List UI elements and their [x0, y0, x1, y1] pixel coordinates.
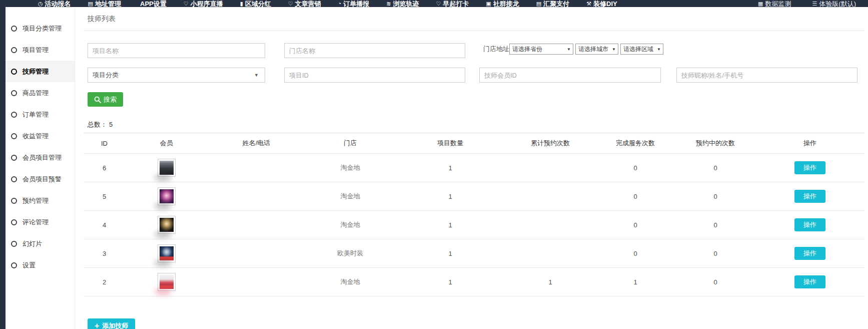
- cell-project-count: 1: [395, 211, 505, 239]
- sidebar-item[interactable]: 会员项目管理: [0, 147, 75, 168]
- table-row: 3 欧美时装 1 0 0 操作: [84, 239, 864, 268]
- nav-item-icon: ▣: [486, 1, 491, 7]
- cell-pending-bookings: 0: [675, 182, 755, 211]
- nav-item-label: 早起打卡: [443, 1, 469, 7]
- nav-menu-item[interactable]: APP设置: [133, 0, 172, 7]
- nav-right-item[interactable]: ▦ 数据监测: [753, 0, 796, 7]
- avatar-image: [160, 161, 174, 175]
- row-action-button[interactable]: 操作: [794, 247, 825, 260]
- search-button[interactable]: 搜索: [88, 92, 123, 107]
- nav-item-icon: ▤: [536, 1, 541, 7]
- nav-menu-item[interactable]: ♡ 小程序直播: [179, 0, 228, 7]
- row-action-button[interactable]: 操作: [794, 275, 825, 288]
- nav-menu-item[interactable]: ◔ 订单播报: [333, 0, 375, 7]
- avatar-image: [160, 275, 174, 289]
- cell-project-count: 1: [395, 268, 505, 296]
- city-select-value: 请选择城市: [578, 45, 608, 54]
- nav-item-label: 地址管理: [95, 1, 121, 7]
- page-title: 技师列表: [84, 7, 864, 31]
- table-row: 4 淘金地 1 0 0 操作: [84, 211, 864, 239]
- nav-menu-item[interactable]: ♡ 文章营销: [283, 0, 326, 7]
- table-header-cell: 累计预约次数: [505, 133, 595, 154]
- cell-actions: 操作: [755, 182, 864, 211]
- cell-pending-bookings: 0: [675, 211, 755, 239]
- add-technician-button[interactable]: + 添加技师: [88, 318, 135, 329]
- nav-menu-item[interactable]: ▤ 汇聚支付: [531, 0, 574, 7]
- table-header-row: ID 会员 姓名/电话 门店 项目数量 累计预约次数 完成服务次数 预约中的次数…: [84, 133, 864, 154]
- sidebar-item-label: 会员项目预警: [23, 175, 62, 184]
- cell-completed-services: 0: [595, 182, 675, 211]
- cell-total-bookings: 1: [505, 268, 595, 296]
- table-header-cell: 预约中的次数: [675, 133, 755, 154]
- sidebar-item[interactable]: 项目分类管理: [0, 18, 75, 39]
- cell-completed-services: 1: [595, 268, 675, 296]
- sidebar-item-label: 会员项目管理: [23, 153, 62, 162]
- sidebar-item[interactable]: 订单管理: [0, 104, 75, 125]
- cell-name-phone: [208, 268, 305, 296]
- cell-id: 2: [84, 268, 125, 296]
- member-avatar[interactable]: [158, 159, 176, 177]
- sidebar-item[interactable]: 预约管理: [0, 190, 75, 211]
- avatar-image: [160, 189, 174, 203]
- circle-icon: [11, 219, 17, 225]
- cell-member: [125, 239, 208, 268]
- nav-menu-item[interactable]: ▮ 区域分红: [235, 0, 276, 7]
- sidebar-item[interactable]: 技师管理: [0, 61, 75, 82]
- member-avatar[interactable]: [158, 187, 176, 205]
- chevron-down-icon: ▼: [657, 47, 661, 52]
- sidebar-item-label: 设置: [23, 261, 36, 270]
- table-header-cell: ID: [84, 133, 125, 154]
- sidebar-item[interactable]: 收益管理: [0, 125, 75, 147]
- province-select[interactable]: 请选择省份 ▼: [509, 44, 573, 55]
- technician-table: ID 会员 姓名/电话 门店 项目数量 累计预约次数 完成服务次数 预约中的次数…: [84, 133, 864, 296]
- row-action-button[interactable]: 操作: [794, 190, 825, 203]
- nav-menu-item[interactable]: ⚒ 装修DIY: [581, 0, 622, 7]
- sidebar-item[interactable]: 幻灯片: [0, 233, 75, 254]
- cell-project-count: 1: [395, 239, 505, 268]
- nav-menu-item[interactable]: ▣ 社群接龙: [481, 0, 524, 7]
- nav-item-label: 订单播报: [343, 1, 369, 7]
- sidebar-item[interactable]: 评论管理: [0, 211, 75, 233]
- row-action-button[interactable]: 操作: [794, 161, 825, 174]
- nav-menu-item[interactable]: ♡ 早起打卡: [431, 0, 474, 7]
- cell-pending-bookings: 0: [675, 239, 755, 268]
- member-avatar[interactable]: [158, 244, 176, 262]
- cell-member: [125, 211, 208, 239]
- chevron-down-icon: ▼: [612, 47, 616, 52]
- member-avatar[interactable]: [158, 273, 176, 291]
- nav-menu-item[interactable]: ▤ 地址管理: [83, 0, 126, 7]
- circle-icon: [11, 176, 17, 182]
- nav-menu-item[interactable]: ≋ 浏览轨迹: [381, 0, 424, 7]
- avatar-image: [160, 218, 174, 232]
- cell-project-count: 1: [395, 182, 505, 211]
- sidebar: 项目分类管理 项目管理 技师管理 商品管理 订单管理: [0, 7, 75, 329]
- table-header-cell: 项目数量: [395, 133, 505, 154]
- sidebar-item[interactable]: 会员项目预警: [0, 168, 75, 190]
- project-category-value: 项目分类: [93, 71, 119, 80]
- plus-icon: +: [95, 322, 99, 329]
- tech-member-id-input[interactable]: [479, 68, 661, 83]
- add-technician-label: 添加技师: [102, 321, 128, 329]
- nav-menu-item[interactable]: ◷ 活动报名: [33, 0, 76, 7]
- circle-icon: [11, 241, 17, 247]
- cell-project-count: 1: [395, 154, 505, 182]
- nav-right-item[interactable]: ☰ 体验版(默认): [807, 0, 861, 7]
- tech-name-input[interactable]: [676, 68, 857, 83]
- sidebar-item[interactable]: 设置: [0, 254, 75, 276]
- nav-item-label: 浏览轨迹: [393, 1, 419, 7]
- project-name-input[interactable]: [88, 43, 265, 58]
- row-action-button[interactable]: 操作: [794, 218, 825, 231]
- top-navbar: ◷ 活动报名 ▤ 地址管理 APP设置 ♡: [0, 0, 868, 7]
- cell-actions: 操作: [755, 154, 864, 182]
- nav-right-icon: ▦: [758, 1, 763, 7]
- sidebar-item[interactable]: 项目管理: [0, 39, 75, 61]
- nav-menu: ◷ 活动报名 ▤ 地址管理 APP设置 ♡: [0, 0, 622, 7]
- cell-name-phone: [208, 211, 305, 239]
- district-select[interactable]: 请选择区域 ▼: [620, 44, 663, 55]
- project-id-input[interactable]: [284, 68, 465, 83]
- project-category-select[interactable]: 项目分类 ▼: [88, 68, 265, 83]
- store-name-input[interactable]: [284, 43, 465, 58]
- member-avatar[interactable]: [158, 216, 176, 234]
- city-select[interactable]: 请选择城市 ▼: [575, 44, 618, 55]
- sidebar-item[interactable]: 商品管理: [0, 82, 75, 104]
